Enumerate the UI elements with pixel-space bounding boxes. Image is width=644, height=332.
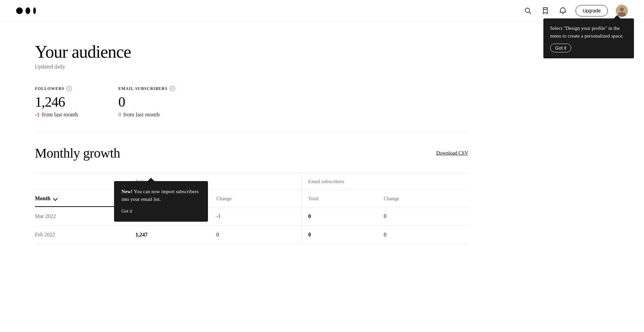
followers-change-cell: -1 [210, 207, 302, 226]
section-header: Monthly growth Download CSV [35, 145, 468, 161]
svg-point-8 [620, 7, 624, 11]
table-row: Mar 2022 1,246 -1 0 0 [35, 207, 468, 226]
email-subscribers-stat: EMAIL SUBSCRIBERS ? 0 0 from last month [118, 86, 175, 118]
email-total-cell: 0 [302, 226, 377, 244]
bookmark-icon [541, 7, 549, 15]
table-body: Mar 2022 1,246 -1 0 0 Feb 2022 1,247 0 0… [35, 207, 468, 244]
import-tooltip: New! You can now import subscribers into… [114, 181, 208, 222]
svg-point-0 [16, 7, 23, 14]
main-content: Your audience Updated daily FOLLOWERS ? … [0, 22, 503, 264]
growth-table-container: Followers Email subscribers Month Total … [35, 173, 468, 244]
header-left [16, 6, 41, 16]
profile-tooltip: Select "Design your profile" in the menu… [543, 18, 634, 58]
bell-icon [559, 7, 567, 15]
import-tooltip-got-it[interactable]: Got it [121, 208, 132, 215]
email-change-cell: 0 [377, 207, 468, 226]
medium-logo [16, 6, 41, 16]
page-title: Your audience [35, 42, 468, 62]
profile-tooltip-text: Select "Design your profile" in the menu… [550, 25, 624, 39]
upgrade-button[interactable]: Upgrade [576, 5, 608, 16]
notification-button[interactable] [558, 6, 568, 15]
growth-table: Followers Email subscribers Month Total … [35, 173, 468, 244]
email-group-header: Email subscribers [302, 173, 468, 190]
header: Upgrade Select "Design your profile" in … [0, 0, 644, 22]
followers-change-label: from last month [42, 111, 78, 118]
section-title: Monthly growth [35, 145, 120, 161]
email-label: EMAIL SUBSCRIBERS ? [118, 86, 175, 91]
table-column-header-row: Month Total Change Total Change [35, 190, 468, 207]
month-sort-button[interactable]: Month [35, 196, 122, 207]
search-button[interactable] [523, 6, 533, 15]
followers-change-value: -1 [35, 111, 40, 118]
followers-label: FOLLOWERS ? [35, 86, 78, 91]
download-csv-link[interactable]: Download CSV [436, 150, 468, 156]
logo[interactable] [16, 6, 41, 16]
followers-change-cell: 0 [210, 226, 302, 244]
page-subtitle: Updated daily [35, 64, 468, 70]
followers-value: 1,246 [35, 94, 78, 110]
import-tooltip-bold: New! [121, 189, 132, 194]
email-change-header: Change [377, 190, 468, 207]
email-total-cell: 0 [302, 207, 377, 226]
email-change-cell: 0 [377, 226, 468, 244]
header-right: Upgrade [523, 5, 628, 17]
email-change-value: 0 [118, 111, 121, 118]
followers-change: -1 from last month [35, 111, 78, 118]
stats-row: FOLLOWERS ? 1,246 -1 from last month EMA… [35, 86, 468, 118]
svg-line-4 [529, 12, 531, 14]
table-group-header-row: Followers Email subscribers [35, 173, 468, 190]
month-cell: Feb 2022 [35, 226, 129, 244]
followers-change-header: Change [210, 190, 302, 207]
divider [35, 131, 468, 132]
month-sort-icon [52, 196, 57, 202]
email-info-icon[interactable]: ? [170, 86, 175, 91]
email-total-header: Total [302, 190, 377, 207]
email-change-label: from last month [123, 111, 160, 118]
table-row: Feb 2022 1,247 0 0 0 [35, 226, 468, 244]
email-change: 0 from last month [118, 111, 175, 118]
import-tooltip-text: You can now import subscribers into your… [121, 189, 199, 202]
svg-point-1 [25, 7, 30, 14]
email-value: 0 [118, 94, 175, 110]
followers-stat: FOLLOWERS ? 1,246 -1 from last month [35, 86, 78, 118]
search-icon [524, 7, 532, 15]
svg-point-2 [33, 7, 36, 14]
followers-info-icon[interactable]: ? [66, 86, 72, 91]
followers-total-cell: 1,247 [129, 226, 210, 244]
profile-tooltip-got-it[interactable]: Got it [550, 44, 571, 52]
bookmark-button[interactable] [541, 6, 550, 15]
